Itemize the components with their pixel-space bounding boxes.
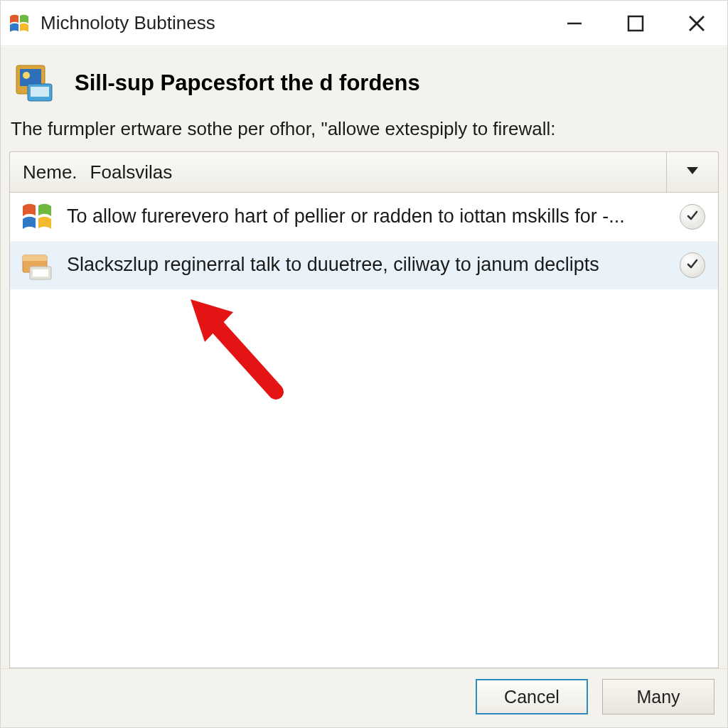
svg-rect-13 <box>33 269 48 277</box>
svg-rect-1 <box>628 16 643 31</box>
list-item-text: To allow furerevero hart of pellier or r… <box>67 205 667 229</box>
svg-marker-15 <box>191 299 233 342</box>
filter-dropdown-button[interactable] <box>667 152 718 192</box>
filter-value: Foalsvilas <box>90 161 173 183</box>
dialog-window: Michnoloty Bubtiness <box>0 0 728 728</box>
software-list: To allow furerevero hart of pellier or r… <box>9 193 719 668</box>
filter-field[interactable]: Neme. Foalsvilas <box>10 152 667 192</box>
annotation-arrow-icon <box>183 292 297 406</box>
button-label: Many <box>636 687 680 707</box>
page-header: Sill-sup Papcesfort the d fordens <box>9 60 719 111</box>
page-title: Sill-sup Papcesfort the d fordens <box>75 70 420 96</box>
chevron-down-icon <box>685 166 700 178</box>
filter-bar: Neme. Foalsvilas <box>9 151 719 193</box>
list-item[interactable]: To allow furerevero hart of pellier or r… <box>10 193 718 241</box>
window-title: Michnoloty Bubtiness <box>41 12 544 34</box>
dialog-footer: Cancel Many <box>1 668 727 727</box>
svg-point-6 <box>23 72 30 79</box>
close-button[interactable] <box>666 1 727 46</box>
dialog-content: Sill-sup Papcesfort the d fordens The fu… <box>1 46 727 668</box>
list-item-text: Slackszlup reginerral talk to duuetree, … <box>67 253 667 277</box>
package-icon <box>20 248 54 282</box>
svg-rect-5 <box>20 69 41 86</box>
minimize-button[interactable] <box>544 1 605 46</box>
svg-marker-9 <box>687 167 698 174</box>
cancel-button[interactable]: Cancel <box>476 679 588 714</box>
instruction-text: The furmpler ertware sothe per ofhor, "a… <box>9 111 719 151</box>
many-button[interactable]: Many <box>602 679 714 714</box>
window-controls <box>544 1 727 46</box>
security-shield-icon <box>14 63 55 104</box>
title-bar: Michnoloty Bubtiness <box>1 1 727 46</box>
svg-line-14 <box>212 321 276 392</box>
app-flag-icon <box>8 12 31 35</box>
check-badge[interactable] <box>680 204 705 230</box>
svg-rect-8 <box>31 87 49 97</box>
check-badge[interactable] <box>680 252 705 278</box>
maximize-button[interactable] <box>605 1 666 46</box>
filter-label: Neme. <box>23 161 77 183</box>
check-icon <box>686 209 699 225</box>
check-icon <box>686 257 699 273</box>
windows-flag-icon <box>20 200 54 234</box>
button-label: Cancel <box>504 687 560 707</box>
svg-rect-11 <box>23 255 47 261</box>
list-item[interactable]: Slackszlup reginerral talk to duuetree, … <box>10 241 718 289</box>
